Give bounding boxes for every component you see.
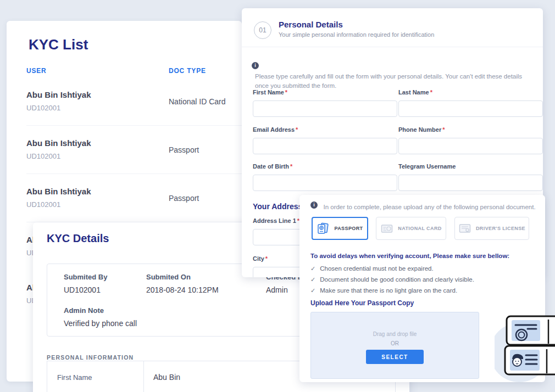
cell-divider — [143, 361, 144, 392]
file-dropzone[interactable]: Drag and drop file OR SELECT — [310, 312, 479, 379]
user-id: UD102001 — [26, 200, 60, 209]
drag-drop-text: Drag and drop file — [311, 331, 479, 337]
admin-note-value: Verified by phone call — [64, 319, 137, 328]
user-name: Abu Bin Ishtiyak — [26, 138, 91, 148]
check-icon: ✓ — [310, 265, 315, 272]
check-icon: ✓ — [310, 287, 315, 294]
passport-card-graphic — [507, 316, 555, 345]
drivers-license-doc-button[interactable]: DRIVER'S LICENSE — [454, 217, 529, 240]
passport-doc-button[interactable]: PASSPORT — [312, 217, 368, 240]
first-name-field[interactable] — [253, 100, 397, 117]
checked-by-value: Admin — [266, 285, 288, 294]
checklist-item: ✓Document should be good condition and c… — [310, 276, 474, 283]
address-line-1-label: Address Line 1* — [253, 217, 299, 224]
user-name: Abu Bin Ishtiyak — [26, 90, 91, 99]
email-address-label: Email Address* — [253, 126, 298, 133]
id-cards-illustration — [495, 309, 555, 391]
doc-button-label: PASSPORT — [334, 226, 363, 231]
city-label: City* — [253, 255, 268, 262]
national-card-icon — [380, 222, 393, 235]
check-icon: ✓ — [310, 276, 315, 283]
your-address-heading: Your Address — [253, 202, 302, 211]
kyc-details-title: KYC Details — [47, 232, 109, 245]
submitted-by-label: Submited By — [64, 273, 107, 281]
email-address-field[interactable] — [253, 138, 397, 154]
required-mark: * — [290, 163, 292, 170]
first-name-label: First Name* — [253, 89, 287, 96]
row-divider — [26, 125, 242, 126]
row-divider — [26, 173, 242, 174]
date-of-birth-label: Date of Birth* — [253, 163, 292, 170]
verification-notice-heading: To avoid delays when verifying account, … — [310, 253, 509, 259]
personal-information-section-heading: PERSONAL INFORMATION — [47, 354, 134, 361]
header-divider — [242, 47, 543, 47]
form-note-text: Please type carefully and fill out the f… — [255, 72, 524, 91]
telegram-username-label: Telegram Username — [398, 163, 456, 170]
phone-number-field[interactable] — [398, 138, 543, 154]
upload-here-label: Upload Here Your Passport Copy — [310, 299, 414, 307]
detail-field-label: First Name — [57, 373, 92, 382]
id-card-graphic — [505, 346, 555, 374]
last-name-label: Last Name* — [398, 89, 432, 96]
drivers-license-icon — [458, 222, 471, 235]
telegram-username-field[interactable] — [398, 175, 543, 191]
submitted-by-value: UD102001 — [64, 285, 101, 294]
form-note: i Please type carefully and fill out the… — [252, 62, 533, 91]
detail-field-value: Abu Bin — [153, 373, 180, 382]
personal-details-subtitle: Your simple personal information require… — [279, 31, 434, 38]
or-text: OR — [311, 340, 479, 346]
last-name-field[interactable] — [398, 100, 543, 117]
required-mark: * — [265, 255, 268, 262]
personal-details-title: Personal Details — [279, 20, 343, 29]
submitted-on-label: Submited On — [146, 273, 191, 281]
doc-type-value: Passport — [169, 145, 199, 154]
upload-note-text: In order to complete, please upload any … — [323, 204, 535, 210]
required-mark: * — [430, 89, 432, 96]
kyc-admin-screen: KYC List USER DOC TYPE Abu Bin Ishtiyak … — [0, 0, 555, 392]
submitted-on-value: 2018-08-24 10:12PM — [146, 285, 219, 294]
info-icon: i — [310, 201, 318, 209]
step-number-badge: 01 — [254, 21, 271, 39]
phone-number-label: Phone Number* — [398, 126, 445, 133]
required-mark: * — [442, 126, 445, 133]
passport-icon — [317, 222, 330, 235]
user-id: UD102001 — [26, 152, 60, 160]
required-mark: * — [285, 89, 287, 96]
checklist-item: ✓Chosen credential must not be expaired. — [310, 265, 434, 272]
national-card-doc-button[interactable]: NATIONAL CARD — [376, 217, 446, 240]
info-icon: i — [252, 62, 259, 69]
checklist-item: ✓Make sure that there is no light glare … — [310, 287, 457, 294]
doc-type-value: Passport — [169, 194, 199, 203]
user-id: UD102001 — [26, 104, 60, 112]
upload-note: i In order to complete, please upload an… — [310, 201, 536, 212]
column-header-user: USER — [26, 67, 47, 75]
column-header-doc-type: DOC TYPE — [169, 67, 206, 75]
required-mark: * — [296, 126, 298, 133]
user-name: Abu Bin Ishtiyak — [26, 187, 91, 196]
kyc-list-title: KYC List — [29, 36, 88, 53]
doc-type-value: National ID Card — [169, 97, 226, 106]
date-of-birth-field[interactable] — [253, 175, 397, 191]
doc-button-label: NATIONAL CARD — [398, 226, 441, 231]
doc-button-label: DRIVER'S LICENSE — [476, 226, 525, 231]
select-file-button[interactable]: SELECT — [366, 350, 424, 364]
admin-note-label: Admin Note — [64, 306, 104, 315]
